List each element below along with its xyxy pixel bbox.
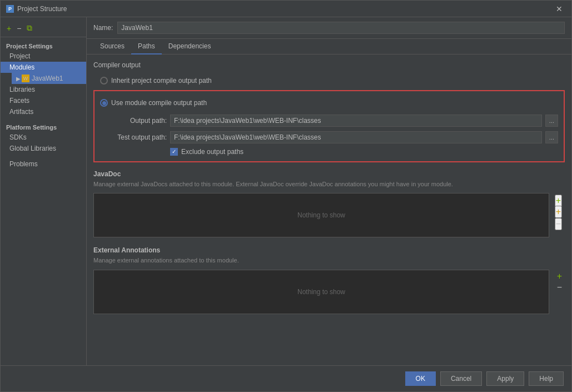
platform-settings-label: Platform Settings <box>1 122 86 132</box>
sidebar: + − ⧉ Project Settings Project Modules ▶… <box>1 17 87 365</box>
title-bar: P Project Structure ✕ <box>1 1 571 17</box>
test-output-path-browse-button[interactable]: ... <box>545 131 558 143</box>
tabs-bar: Sources Paths Dependencies <box>87 39 571 54</box>
exclude-checkbox-label: Exclude output paths <box>181 148 243 156</box>
close-button[interactable]: ✕ <box>553 3 566 14</box>
add-module-button[interactable]: + <box>5 23 13 33</box>
inherit-radio-circle <box>100 77 108 85</box>
project-structure-dialog: P Project Structure ✕ + − ⧉ Project Sett… <box>0 0 572 392</box>
tab-sources[interactable]: Sources <box>93 39 131 54</box>
name-label: Name: <box>93 24 113 32</box>
title-bar-left: P Project Structure <box>6 5 67 13</box>
external-annotations-add-button[interactable]: + <box>557 271 562 281</box>
external-annotations-section: External Annotations Manage external ann… <box>93 246 565 314</box>
javadoc-description: Manage external JavaDocs attached to thi… <box>93 180 565 188</box>
sidebar-item-project[interactable]: Project <box>1 51 86 62</box>
sidebar-module-javaweb1[interactable]: ▶ W JavaWeb1 <box>12 73 86 84</box>
right-panel: Name: Sources Paths Dependencies Compile… <box>87 17 571 365</box>
test-output-path-row: Test output path: ... <box>100 131 558 143</box>
dialog-icon: P <box>6 5 14 13</box>
exclude-checkbox[interactable] <box>170 148 178 156</box>
compiler-output-title: Compiler output <box>93 61 565 69</box>
module-name: JavaWeb1 <box>32 75 63 82</box>
external-annotations-list-container: Nothing to show + − <box>93 270 549 314</box>
name-input[interactable] <box>117 22 565 34</box>
content-area: Compiler output Inherit project compile … <box>87 54 571 365</box>
external-annotations-placeholder: Nothing to show <box>297 288 345 296</box>
output-path-browse-button[interactable]: ... <box>545 115 558 127</box>
main-content: + − ⧉ Project Settings Project Modules ▶… <box>1 17 571 365</box>
project-settings-label: Project Settings <box>1 41 86 51</box>
output-path-label: Output path: <box>100 117 167 125</box>
javadoc-section: JavaDoc Manage external JavaDocs attache… <box>93 170 565 237</box>
module-radio[interactable]: Use module compile output path <box>100 97 558 109</box>
javadoc-title: JavaDoc <box>93 170 565 178</box>
external-annotations-title: External Annotations <box>93 246 565 254</box>
sidebar-item-facets[interactable]: Facets <box>1 95 86 106</box>
apply-button[interactable]: Apply <box>486 371 524 386</box>
inherit-radio-label: Inherit project compile output path <box>111 77 212 85</box>
output-path-row: Output path: ... <box>100 115 558 127</box>
tab-paths[interactable]: Paths <box>131 39 162 54</box>
javadoc-list: Nothing to show + + − <box>93 193 549 237</box>
javadoc-add-button[interactable]: + <box>555 195 562 207</box>
sidebar-toolbar: + − ⧉ <box>1 22 86 37</box>
dialog-title: Project Structure <box>17 5 67 13</box>
sidebar-item-problems[interactable]: Problems <box>1 158 86 170</box>
javadoc-list-container: Nothing to show + + − <box>93 193 549 237</box>
javadoc-remove-button[interactable]: − <box>555 218 562 230</box>
output-path-input[interactable] <box>170 115 542 127</box>
name-bar: Name: <box>87 17 571 39</box>
help-button[interactable]: Help <box>529 371 564 386</box>
external-annotations-remove-button[interactable]: − <box>557 282 562 292</box>
module-radio-circle <box>100 99 108 107</box>
module-radio-label: Use module compile output path <box>111 99 207 107</box>
remove-module-button[interactable]: − <box>15 23 23 33</box>
module-compile-box: Use module compile output path Output pa… <box>93 90 565 162</box>
tree-arrow: ▶ <box>16 76 21 82</box>
external-annotations-list: Nothing to show + − <box>93 270 549 314</box>
sidebar-item-modules[interactable]: Modules <box>1 62 86 73</box>
sidebar-item-global-libraries[interactable]: Global Libraries <box>1 143 86 154</box>
exclude-checkbox-row[interactable]: Exclude output paths <box>100 148 558 156</box>
tab-dependencies[interactable]: Dependencies <box>162 39 218 54</box>
copy-module-button[interactable]: ⧉ <box>25 23 34 33</box>
module-icon: W <box>22 75 29 82</box>
sidebar-item-sdks[interactable]: SDKs <box>1 132 86 143</box>
cancel-button[interactable]: Cancel <box>440 371 482 386</box>
sidebar-item-artifacts[interactable]: Artifacts <box>1 106 86 117</box>
test-output-path-input[interactable] <box>170 131 542 143</box>
sidebar-item-libraries[interactable]: Libraries <box>1 84 86 95</box>
ok-button[interactable]: OK <box>405 371 436 386</box>
inherit-radio[interactable]: Inherit project compile output path <box>93 75 565 87</box>
javadoc-add2-button[interactable]: + <box>555 206 562 218</box>
javadoc-placeholder: Nothing to show <box>297 211 345 219</box>
footer: OK Cancel Apply Help <box>1 365 571 391</box>
external-annotations-description: Manage external annotations attached to … <box>93 256 565 265</box>
test-output-path-label: Test output path: <box>100 133 167 141</box>
